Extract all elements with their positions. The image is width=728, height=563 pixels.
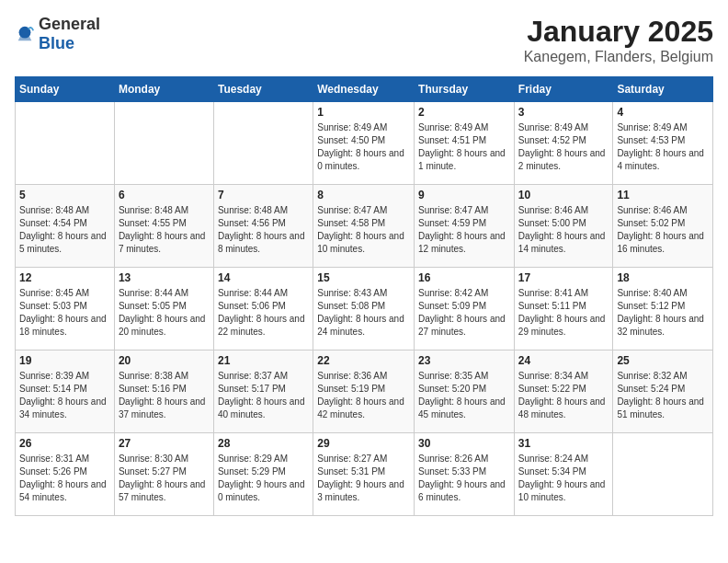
calendar-cell: 16Sunrise: 8:42 AM Sunset: 5:09 PM Dayli… bbox=[415, 268, 515, 350]
day-info: Sunrise: 8:24 AM Sunset: 5:34 PM Dayligh… bbox=[518, 453, 609, 504]
calendar-cell: 6Sunrise: 8:48 AM Sunset: 4:55 PM Daylig… bbox=[114, 185, 213, 268]
day-info: Sunrise: 8:43 AM Sunset: 5:08 PM Dayligh… bbox=[317, 287, 410, 339]
day-number: 25 bbox=[617, 354, 709, 367]
day-info: Sunrise: 8:42 AM Sunset: 5:09 PM Dayligh… bbox=[418, 287, 510, 339]
calendar-cell: 2Sunrise: 8:49 AM Sunset: 4:51 PM Daylig… bbox=[415, 102, 515, 185]
day-info: Sunrise: 8:49 AM Sunset: 4:50 PM Dayligh… bbox=[317, 121, 410, 173]
page-header: General Blue January 2025 Kanegem, Fland… bbox=[15, 15, 713, 65]
day-number: 16 bbox=[418, 271, 510, 284]
calendar-cell: 5Sunrise: 8:48 AM Sunset: 4:54 PM Daylig… bbox=[16, 185, 115, 268]
day-info: Sunrise: 8:29 AM Sunset: 5:29 PM Dayligh… bbox=[218, 453, 309, 504]
calendar-cell: 15Sunrise: 8:43 AM Sunset: 5:08 PM Dayli… bbox=[313, 268, 415, 350]
day-number: 24 bbox=[518, 354, 609, 367]
day-number: 20 bbox=[119, 354, 210, 367]
day-number: 21 bbox=[218, 354, 309, 367]
day-number: 27 bbox=[119, 437, 210, 450]
calendar-cell bbox=[114, 102, 213, 185]
calendar-cell: 1Sunrise: 8:49 AM Sunset: 4:50 PM Daylig… bbox=[313, 102, 415, 185]
calendar-cell bbox=[613, 433, 713, 516]
logo-icon bbox=[15, 24, 35, 44]
logo: General Blue bbox=[15, 15, 100, 53]
day-info: Sunrise: 8:32 AM Sunset: 5:24 PM Dayligh… bbox=[617, 370, 709, 421]
calendar-cell: 27Sunrise: 8:30 AM Sunset: 5:27 PM Dayli… bbox=[114, 433, 213, 516]
day-info: Sunrise: 8:34 AM Sunset: 5:22 PM Dayligh… bbox=[518, 370, 609, 421]
day-number: 23 bbox=[418, 354, 510, 367]
calendar-body: 1Sunrise: 8:49 AM Sunset: 4:50 PM Daylig… bbox=[16, 102, 713, 516]
calendar-cell: 22Sunrise: 8:36 AM Sunset: 5:19 PM Dayli… bbox=[313, 350, 415, 433]
calendar-cell: 24Sunrise: 8:34 AM Sunset: 5:22 PM Dayli… bbox=[514, 350, 613, 433]
calendar-cell: 31Sunrise: 8:24 AM Sunset: 5:34 PM Dayli… bbox=[514, 433, 613, 516]
day-info: Sunrise: 8:49 AM Sunset: 4:52 PM Dayligh… bbox=[518, 121, 609, 173]
calendar-cell: 8Sunrise: 8:47 AM Sunset: 4:58 PM Daylig… bbox=[313, 185, 415, 268]
day-info: Sunrise: 8:31 AM Sunset: 5:26 PM Dayligh… bbox=[19, 453, 110, 504]
day-number: 7 bbox=[218, 189, 309, 201]
day-info: Sunrise: 8:46 AM Sunset: 5:00 PM Dayligh… bbox=[518, 204, 609, 256]
calendar-cell: 19Sunrise: 8:39 AM Sunset: 5:14 PM Dayli… bbox=[16, 350, 115, 433]
day-info: Sunrise: 8:44 AM Sunset: 5:05 PM Dayligh… bbox=[119, 287, 210, 339]
day-number: 5 bbox=[19, 189, 110, 201]
day-info: Sunrise: 8:30 AM Sunset: 5:27 PM Dayligh… bbox=[119, 453, 210, 504]
calendar-cell: 30Sunrise: 8:26 AM Sunset: 5:33 PM Dayli… bbox=[415, 433, 515, 516]
day-number: 6 bbox=[119, 189, 210, 201]
day-info: Sunrise: 8:45 AM Sunset: 5:03 PM Dayligh… bbox=[19, 287, 110, 339]
calendar-cell: 26Sunrise: 8:31 AM Sunset: 5:26 PM Dayli… bbox=[16, 433, 115, 516]
day-number: 2 bbox=[418, 106, 510, 119]
day-number: 10 bbox=[518, 189, 609, 201]
day-number: 19 bbox=[19, 354, 110, 367]
calendar-cell bbox=[213, 102, 313, 185]
calendar-cell: 23Sunrise: 8:35 AM Sunset: 5:20 PM Dayli… bbox=[415, 350, 515, 433]
week-row-0: 1Sunrise: 8:49 AM Sunset: 4:50 PM Daylig… bbox=[16, 102, 713, 185]
day-number: 18 bbox=[617, 271, 709, 284]
header-saturday: Saturday bbox=[613, 77, 713, 102]
week-row-1: 5Sunrise: 8:48 AM Sunset: 4:54 PM Daylig… bbox=[16, 185, 713, 268]
calendar-cell: 17Sunrise: 8:41 AM Sunset: 5:11 PM Dayli… bbox=[514, 268, 613, 350]
calendar-cell: 7Sunrise: 8:48 AM Sunset: 4:56 PM Daylig… bbox=[213, 185, 313, 268]
calendar-cell: 13Sunrise: 8:44 AM Sunset: 5:05 PM Dayli… bbox=[114, 268, 213, 350]
title-block: January 2025 Kanegem, Flanders, Belgium bbox=[524, 15, 713, 65]
calendar-table: SundayMondayTuesdayWednesdayThursdayFrid… bbox=[15, 76, 713, 516]
day-number: 30 bbox=[418, 437, 510, 450]
calendar-cell: 14Sunrise: 8:44 AM Sunset: 5:06 PM Dayli… bbox=[213, 268, 313, 350]
day-info: Sunrise: 8:40 AM Sunset: 5:12 PM Dayligh… bbox=[617, 287, 709, 339]
day-info: Sunrise: 8:41 AM Sunset: 5:11 PM Dayligh… bbox=[518, 287, 609, 339]
day-info: Sunrise: 8:39 AM Sunset: 5:14 PM Dayligh… bbox=[19, 370, 110, 421]
header-tuesday: Tuesday bbox=[213, 77, 313, 102]
calendar-cell: 3Sunrise: 8:49 AM Sunset: 4:52 PM Daylig… bbox=[514, 102, 613, 185]
day-info: Sunrise: 8:47 AM Sunset: 4:58 PM Dayligh… bbox=[317, 204, 410, 256]
logo-general: General bbox=[39, 15, 100, 33]
day-number: 4 bbox=[617, 106, 709, 119]
location-title: Kanegem, Flanders, Belgium bbox=[524, 49, 713, 65]
day-number: 11 bbox=[617, 189, 709, 201]
day-number: 14 bbox=[218, 271, 309, 284]
day-info: Sunrise: 8:47 AM Sunset: 4:59 PM Dayligh… bbox=[418, 204, 510, 256]
day-info: Sunrise: 8:49 AM Sunset: 4:51 PM Dayligh… bbox=[418, 121, 510, 173]
calendar-cell bbox=[16, 102, 115, 185]
week-row-2: 12Sunrise: 8:45 AM Sunset: 5:03 PM Dayli… bbox=[16, 268, 713, 350]
day-info: Sunrise: 8:44 AM Sunset: 5:06 PM Dayligh… bbox=[218, 287, 309, 339]
header-thursday: Thursday bbox=[415, 77, 515, 102]
day-number: 15 bbox=[317, 271, 410, 284]
calendar-cell: 10Sunrise: 8:46 AM Sunset: 5:00 PM Dayli… bbox=[514, 185, 613, 268]
calendar-cell: 25Sunrise: 8:32 AM Sunset: 5:24 PM Dayli… bbox=[613, 350, 713, 433]
day-info: Sunrise: 8:36 AM Sunset: 5:19 PM Dayligh… bbox=[317, 370, 410, 421]
logo-text: General Blue bbox=[39, 15, 100, 53]
day-info: Sunrise: 8:48 AM Sunset: 4:55 PM Dayligh… bbox=[119, 204, 210, 256]
day-number: 13 bbox=[119, 271, 210, 284]
calendar-cell: 28Sunrise: 8:29 AM Sunset: 5:29 PM Dayli… bbox=[213, 433, 313, 516]
day-number: 3 bbox=[518, 106, 609, 119]
calendar-cell: 4Sunrise: 8:49 AM Sunset: 4:53 PM Daylig… bbox=[613, 102, 713, 185]
day-number: 1 bbox=[317, 106, 410, 119]
calendar-cell: 11Sunrise: 8:46 AM Sunset: 5:02 PM Dayli… bbox=[613, 185, 713, 268]
day-info: Sunrise: 8:27 AM Sunset: 5:31 PM Dayligh… bbox=[317, 453, 410, 504]
day-info: Sunrise: 8:26 AM Sunset: 5:33 PM Dayligh… bbox=[418, 453, 510, 504]
calendar-cell: 18Sunrise: 8:40 AM Sunset: 5:12 PM Dayli… bbox=[613, 268, 713, 350]
day-number: 31 bbox=[518, 437, 609, 450]
day-info: Sunrise: 8:46 AM Sunset: 5:02 PM Dayligh… bbox=[617, 204, 709, 256]
day-number: 29 bbox=[317, 437, 410, 450]
day-number: 28 bbox=[218, 437, 309, 450]
calendar-cell: 9Sunrise: 8:47 AM Sunset: 4:59 PM Daylig… bbox=[415, 185, 515, 268]
day-info: Sunrise: 8:48 AM Sunset: 4:56 PM Dayligh… bbox=[218, 204, 309, 256]
calendar-header-row: SundayMondayTuesdayWednesdayThursdayFrid… bbox=[16, 77, 713, 102]
header-friday: Friday bbox=[514, 77, 613, 102]
header-monday: Monday bbox=[114, 77, 213, 102]
